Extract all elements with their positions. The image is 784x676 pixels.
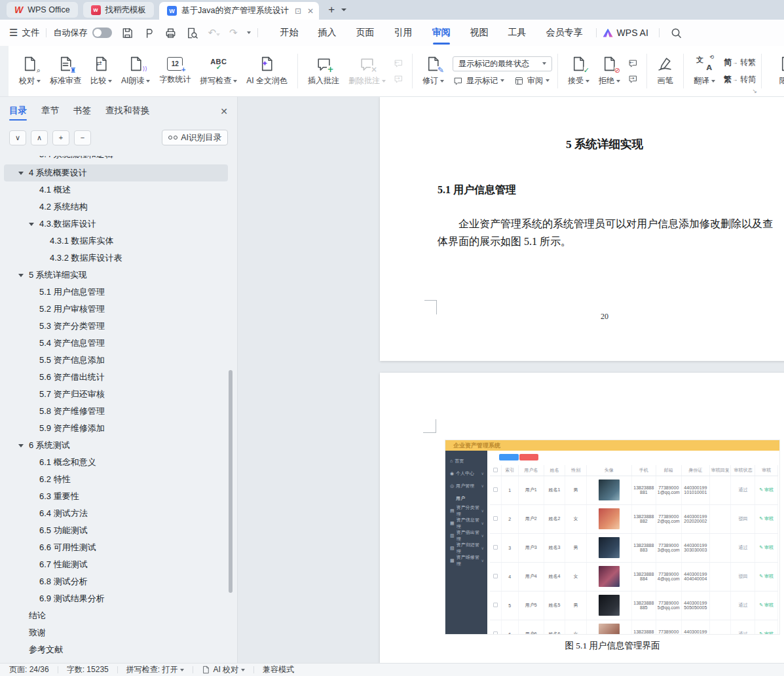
toc-item[interactable]: 4.3.数据库设计 <box>4 216 228 233</box>
markup-state-dropdown[interactable]: 显示标记的最终状态 <box>453 56 552 71</box>
figure-menu-label: 资产借出管理 <box>457 529 481 542</box>
track-changes-button[interactable]: ✎ 修订 <box>418 52 449 90</box>
insert-comment-button[interactable]: + 插入批注 <box>303 52 344 90</box>
toc-item[interactable]: 6.8 测试分析 <box>4 573 228 590</box>
group-expander-icon[interactable]: ↘ <box>752 88 757 94</box>
toc-item[interactable]: 5 系统详细实现 <box>4 267 228 284</box>
autosave-toggle[interactable] <box>92 28 112 38</box>
review-pane-button[interactable]: 审阅 <box>513 75 550 86</box>
traditional-to-simplified-button[interactable]: 繁→ 转简 <box>724 74 756 85</box>
print-preview-icon[interactable] <box>186 27 198 39</box>
accept-button[interactable]: ✓ 接受 <box>563 52 594 90</box>
toc-collapse-arrow-icon[interactable] <box>18 444 24 447</box>
toc-item[interactable]: 6.3 重要性 <box>4 488 228 505</box>
sidebar-tab-目录[interactable]: 目录 <box>9 105 27 121</box>
ai-polish-button[interactable]: ✦ AI 全文润色 <box>242 52 292 90</box>
reject-button[interactable]: ⊘ 拒绝 <box>594 52 625 90</box>
toc-item[interactable]: 5.9 资产维修添加 <box>4 420 228 437</box>
toc-item[interactable]: 致谢 <box>4 624 228 641</box>
previous-change-icon[interactable]: ← <box>627 58 639 68</box>
spell-check-button[interactable]: ABC✓ 拼写检查 <box>195 52 242 90</box>
page-indicator[interactable]: 页面: 24/36 <box>9 664 49 675</box>
toc-collapse-arrow-icon[interactable] <box>18 274 24 277</box>
toc-item[interactable]: 5.2 用户审核管理 <box>4 301 228 318</box>
toc-item[interactable]: 5.8 资产维修管理 <box>4 403 228 420</box>
toc-item[interactable]: 6.6 可用性测试 <box>4 539 228 556</box>
file-menu[interactable]: 文件 <box>22 27 39 39</box>
expand-down-button[interactable]: ∨ <box>9 130 26 145</box>
tab-comment-icon[interactable]: ⊡ <box>295 7 301 16</box>
tab-docer-templates[interactable]: w 找稻壳模板 <box>83 2 155 18</box>
toc-item[interactable]: 5.7 资产归还审核 <box>4 386 228 403</box>
menu-tab-引用[interactable]: 引用 <box>394 27 413 39</box>
toc-item[interactable]: 5.6 资产借出统计 <box>4 369 228 386</box>
proofread-button[interactable]: ⌕ 校对 <box>14 52 45 90</box>
toc-item[interactable]: 6.1 概念和意义 <box>4 454 228 471</box>
toc-item[interactable]: 5.3 资产分类管理 <box>4 318 228 335</box>
compatibility-mode-indicator[interactable]: 兼容模式 <box>263 664 294 675</box>
toc-item[interactable]: 4.3.2 数据库设计表 <box>4 250 228 267</box>
next-change-icon[interactable]: → <box>627 74 639 84</box>
toc-item[interactable]: 5.4 资产信息管理 <box>4 335 228 352</box>
ai-read-aloud-button[interactable]: ⟩⟩ AI朗读 <box>117 52 155 90</box>
tab-current-document[interactable]: W 基于Java的资产管理系统设计 ⊡ ✕ <box>159 2 319 20</box>
sidebar-tab-章节[interactable]: 章节 <box>41 105 59 121</box>
toc-item[interactable]: 6.4 测试方法 <box>4 505 228 522</box>
menu-tab-审阅[interactable]: 审阅 <box>432 27 451 39</box>
toc-item[interactable]: 4.3.1 数据库实体 <box>4 233 228 250</box>
sidebar-tab-书签[interactable]: 书签 <box>73 105 91 121</box>
document-page-20[interactable]: 5 系统详细实现 5.1 用户信息管理 企业资产管理系统的系统管理员可以对用户信… <box>380 97 784 361</box>
new-tab-button[interactable]: + <box>324 3 339 16</box>
pen-button[interactable]: 画笔 <box>652 52 678 90</box>
toc-item[interactable]: 6.7 性能测试 <box>4 556 228 573</box>
word-count-button[interactable]: 12+ 字数统计 <box>155 54 195 88</box>
translate-button[interactable]: 文 A ⟲ 翻译 <box>689 52 720 90</box>
compare-button[interactable]: ⇄ 比较 <box>86 52 117 90</box>
sidebar-tab-查找和替换[interactable]: 查找和替换 <box>105 105 150 121</box>
save-icon[interactable] <box>121 27 134 39</box>
toc-item[interactable]: 5.5 资产信息添加 <box>4 352 228 369</box>
toc-item[interactable]: 4.2 系统结构 <box>4 198 228 216</box>
search-icon[interactable] <box>670 27 682 39</box>
spell-check-status[interactable]: 拼写检查: 打开 <box>126 664 185 675</box>
toc-item[interactable]: 3.4 系统流程和逻辑 <box>4 156 228 164</box>
toc-item[interactable]: 参考文献 <box>4 641 228 658</box>
tab-close-icon[interactable]: ✕ <box>307 7 314 16</box>
export-pdf-icon[interactable] <box>143 27 155 39</box>
ai-proofread-status[interactable]: AI 校对 <box>202 664 245 675</box>
restrict-edit-button[interactable]: 限制 <box>774 52 784 90</box>
print-icon[interactable] <box>164 27 177 39</box>
toc-item[interactable]: 6 系统测试 <box>4 437 228 454</box>
toc-item[interactable]: 6.9 测试结果分析 <box>4 590 228 607</box>
toc-item[interactable]: 6.5 功能测试 <box>4 522 228 539</box>
ai-detect-toc-button[interactable]: AI识别目录 <box>162 130 228 145</box>
toc-collapse-arrow-icon[interactable] <box>18 172 24 175</box>
document-page-21[interactable]: 企业资产管理系统 ⌂首页◉个人中心∨◎用户管理∨用户▤资产分类管理∨▦资产信息管… <box>380 373 784 663</box>
tab-list-caret-icon[interactable] <box>341 9 346 11</box>
simplified-to-traditional-button[interactable]: 简→ 转繁 <box>724 57 756 68</box>
show-markup-button[interactable]: 显示标记 <box>453 75 504 86</box>
hamburger-icon[interactable]: ☰ <box>9 27 18 39</box>
toc-item[interactable]: 4.1 概述 <box>4 181 228 198</box>
menu-tab-会员专享[interactable]: 会员专享 <box>546 27 583 39</box>
word-count-indicator[interactable]: 字数: 15235 <box>67 664 109 675</box>
standard-review-button[interactable]: ♜ 标准审查 <box>45 52 86 90</box>
toc-item[interactable]: 结论 <box>4 607 228 624</box>
collapse-all-button[interactable]: − <box>74 130 91 145</box>
menu-tab-插入[interactable]: 插入 <box>318 27 337 39</box>
qat-more-caret-icon[interactable] <box>247 31 251 34</box>
toc-item[interactable]: 5.1 用户信息管理 <box>4 284 228 301</box>
wps-ai-menu[interactable]: WPS AI <box>603 28 648 38</box>
tab-wps-office[interactable]: W WPS Office <box>7 2 78 18</box>
sidebar-scrollbar-thumb[interactable] <box>229 370 233 593</box>
sidebar-close-icon[interactable]: ✕ <box>220 106 228 119</box>
toc-item[interactable]: 4 系统概要设计 <box>4 164 228 181</box>
menu-tab-工具[interactable]: 工具 <box>508 27 527 39</box>
collapse-up-button[interactable]: ∧ <box>31 130 48 145</box>
menu-tab-页面[interactable]: 页面 <box>356 27 375 39</box>
expand-all-button[interactable]: + <box>52 130 69 145</box>
menu-tab-视图[interactable]: 视图 <box>470 27 489 39</box>
menu-tab-开始[interactable]: 开始 <box>280 27 299 39</box>
toc-item[interactable]: 6.2 特性 <box>4 471 228 488</box>
toc-collapse-arrow-icon[interactable] <box>29 223 34 226</box>
